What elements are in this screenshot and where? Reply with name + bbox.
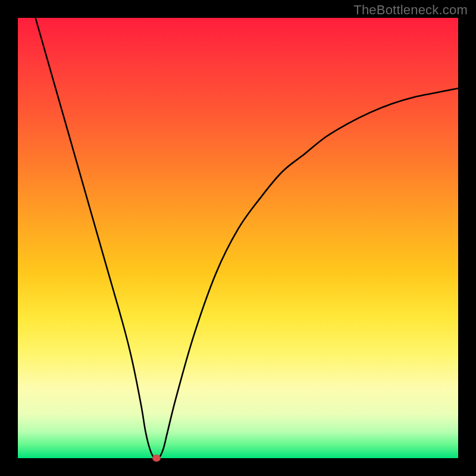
watermark: TheBottleneck.com xyxy=(353,2,468,18)
chart-frame: TheBottleneck.com xyxy=(0,0,476,476)
bottleneck-curve xyxy=(18,18,458,458)
minimum-marker xyxy=(152,455,161,462)
